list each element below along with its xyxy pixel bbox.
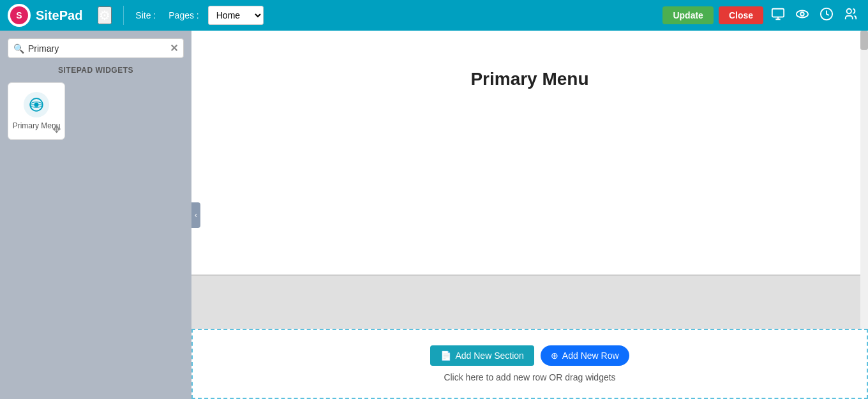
- users-icon: [844, 7, 858, 21]
- svg-rect-0: [772, 8, 784, 17]
- header-right: Update Close: [662, 6, 860, 26]
- sidebar: 🔍 ✕ SITEPAD WIDGETS Primary Menu ✥: [0, 31, 191, 399]
- canvas-wrapper: Primary Menu: [191, 31, 868, 329]
- search-clear-button[interactable]: ✕: [170, 42, 178, 54]
- widgets-section-label: SITEPAD WIDGETS: [8, 66, 184, 75]
- canvas-spacer: [191, 115, 868, 275]
- preview-button[interactable]: [793, 6, 812, 26]
- collapse-chevron: ‹: [195, 211, 197, 220]
- sidebar-collapse-button[interactable]: ‹: [191, 202, 200, 228]
- search-box: 🔍 ✕: [8, 38, 184, 58]
- main-content: Primary Menu 📄 Add New Section: [191, 31, 868, 399]
- add-section-buttons: 📄 Add New Section ⊕ Add New Row: [430, 345, 629, 366]
- header: S SitePad ⚙ Site : Pages : Home About Co…: [0, 0, 868, 31]
- svg-point-1: [797, 10, 808, 17]
- history-icon: [819, 7, 834, 21]
- logo-inner: S: [10, 6, 28, 24]
- add-hint-text: Click here to add new row OR drag widget…: [444, 372, 615, 382]
- primary-menu-icon: [24, 92, 49, 117]
- pages-label: Pages :: [168, 10, 198, 20]
- pages-select[interactable]: Home About Contact: [208, 6, 264, 25]
- monitor-button[interactable]: [768, 6, 788, 26]
- search-icon: 🔍: [13, 43, 24, 54]
- add-section-label: Add New Section: [455, 350, 523, 361]
- gear-button[interactable]: ⚙: [98, 6, 112, 24]
- update-button[interactable]: Update: [662, 6, 713, 24]
- add-new-row-button[interactable]: ⊕ Add New Row: [541, 345, 629, 366]
- svg-point-4: [847, 8, 851, 13]
- close-button[interactable]: Close: [719, 6, 763, 24]
- page-canvas[interactable]: Primary Menu: [191, 31, 868, 276]
- logo: S SitePad: [8, 4, 82, 27]
- add-row-plus-icon: ⊕: [551, 350, 558, 361]
- section-divider: [191, 275, 868, 276]
- layout: 🔍 ✕ SITEPAD WIDGETS Primary Menu ✥: [0, 31, 868, 399]
- monitor-icon: [771, 7, 785, 21]
- logo-icon: S: [8, 4, 31, 27]
- right-scrollbar[interactable]: [860, 31, 868, 329]
- search-input[interactable]: [28, 43, 166, 54]
- main-wrapper: Primary Menu 📄 Add New Section: [191, 31, 868, 399]
- users-button[interactable]: [841, 6, 860, 26]
- move-cursor-icon: ✥: [52, 123, 61, 135]
- logo-letter: S: [16, 10, 22, 20]
- eye-icon: [795, 7, 809, 21]
- widget-grid: Primary Menu ✥: [8, 82, 184, 140]
- add-section-doc-icon: 📄: [440, 350, 451, 361]
- widget-primary-menu[interactable]: Primary Menu ✥: [8, 82, 65, 140]
- header-divider: [123, 6, 124, 25]
- svg-point-2: [800, 12, 804, 16]
- primary-menu-title: Primary Menu: [191, 31, 868, 115]
- primary-menu-svg: [27, 96, 45, 114]
- logo-text: SitePad: [36, 8, 82, 23]
- add-section-area[interactable]: 📄 Add New Section ⊕ Add New Row Click he…: [191, 329, 868, 399]
- history-button[interactable]: [817, 6, 836, 26]
- scrollbar-thumb: [860, 31, 868, 50]
- site-label: Site :: [135, 10, 156, 20]
- add-new-section-button[interactable]: 📄 Add New Section: [430, 345, 534, 366]
- add-row-label: Add New Row: [562, 350, 619, 361]
